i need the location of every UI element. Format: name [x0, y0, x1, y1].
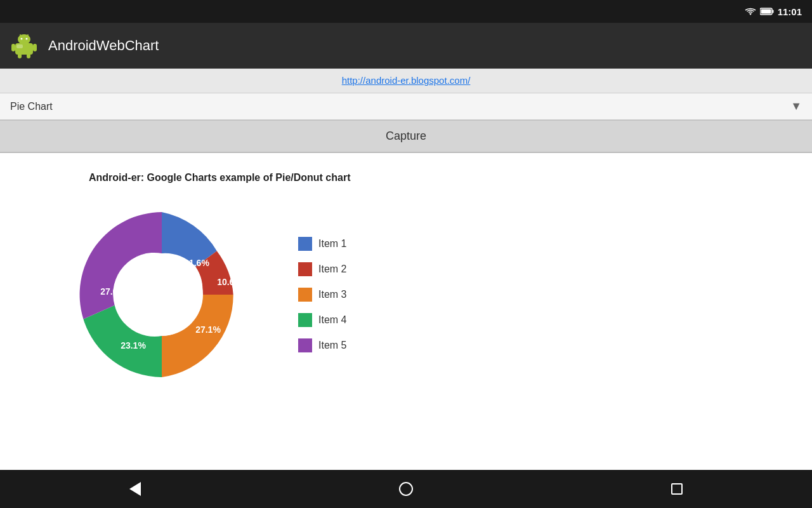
url-bar: http://android-er.blogspot.com/: [0, 69, 812, 93]
legend-color-5: [298, 338, 312, 352]
dropdown-arrow-icon: ▼: [790, 100, 802, 113]
legend-color-3: [298, 288, 312, 302]
chart-type-select[interactable]: Pie Chart Bar Chart Line Chart: [10, 101, 790, 112]
svg-text:23.1%: 23.1%: [121, 340, 146, 351]
capture-button[interactable]: Capture: [0, 120, 812, 152]
svg-rect-10: [11, 44, 15, 51]
capture-button-row: Capture: [0, 120, 812, 153]
status-icons: 11:01: [745, 6, 802, 17]
legend-label-2: Item 2: [318, 264, 346, 275]
svg-rect-11: [33, 44, 37, 51]
donut-chart: 11.6% 10.6% 27.1% 23.1% 27.6%: [63, 196, 260, 393]
legend-label-3: Item 3: [318, 289, 346, 300]
dropdown-row: Pie Chart Bar Chart Line Chart ▼: [0, 93, 812, 120]
legend-color-1: [298, 237, 312, 251]
legend-label-4: Item 4: [318, 314, 346, 326]
chart-container: 11.6% 10.6% 27.1% 23.1% 27.6% Item 1 Ite…: [63, 196, 346, 393]
legend-label-1: Item 1: [318, 238, 346, 250]
wifi-icon: [745, 7, 756, 16]
svg-rect-13: [27, 53, 30, 58]
status-bar: 11:01: [0, 0, 812, 23]
legend-item-3: Item 3: [298, 288, 346, 302]
legend-item-4: Item 4: [298, 313, 346, 327]
url-link[interactable]: http://android-er.blogspot.com/: [342, 75, 471, 86]
bottom-nav-bar: [0, 470, 812, 508]
chart-area: Android-er: Google Charts example of Pie…: [0, 153, 812, 501]
home-button[interactable]: [387, 470, 425, 508]
app-title: AndroidWebChart: [48, 37, 159, 54]
svg-rect-12: [18, 53, 22, 58]
battery-icon: [760, 8, 774, 15]
svg-text:27.6%: 27.6%: [100, 286, 126, 297]
svg-rect-3: [761, 10, 771, 14]
legend-color-2: [298, 262, 312, 276]
chart-legend: Item 1 Item 2 Item 3 Item 4 Item 5: [298, 237, 346, 352]
legend-item-1: Item 1: [298, 237, 346, 251]
back-icon: [129, 482, 141, 496]
recent-button[interactable]: [658, 470, 696, 508]
app-bar: AndroidWebChart: [0, 23, 812, 69]
svg-text:11.6%: 11.6%: [184, 258, 209, 268]
svg-rect-2: [772, 10, 773, 13]
back-button[interactable]: [116, 470, 154, 508]
svg-text:27.1%: 27.1%: [195, 324, 221, 335]
home-icon: [399, 482, 413, 496]
app-icon: [10, 32, 38, 60]
svg-rect-14: [16, 44, 23, 48]
chart-title: Android-er: Google Charts example of Pie…: [89, 172, 351, 184]
legend-color-4: [298, 313, 312, 327]
legend-item-5: Item 5: [298, 338, 346, 352]
status-time: 11:01: [778, 6, 802, 17]
recent-icon: [671, 483, 683, 495]
legend-label-5: Item 5: [318, 340, 346, 351]
svg-text:10.6%: 10.6%: [217, 277, 242, 287]
svg-point-5: [18, 34, 30, 44]
legend-item-2: Item 2: [298, 262, 346, 276]
svg-marker-0: [749, 13, 752, 15]
